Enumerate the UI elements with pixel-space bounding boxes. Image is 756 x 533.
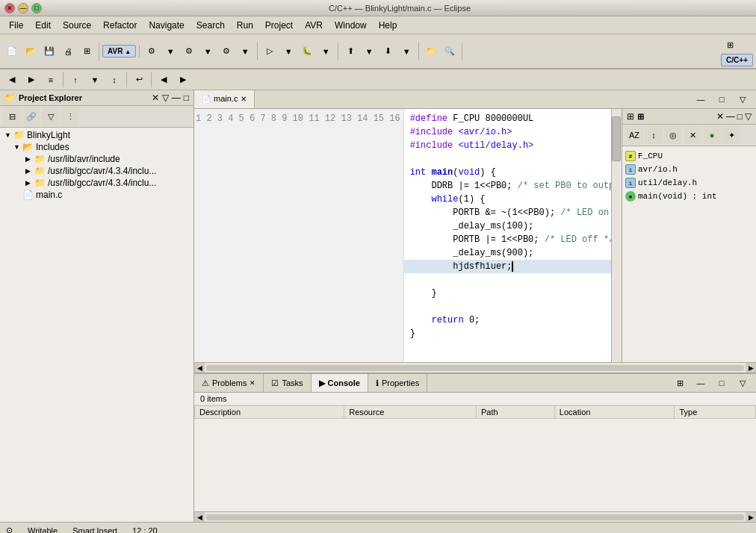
breadcrumb-toggle[interactable]: ≡	[42, 71, 60, 89]
run-btn-2[interactable]: ▼	[279, 43, 297, 60]
build-btn-6[interactable]: ▼	[236, 43, 254, 60]
back-btn[interactable]: ◀	[155, 71, 173, 89]
print-button[interactable]: 🖨	[59, 43, 77, 60]
rp-close-icon[interactable]: ✕	[716, 111, 724, 122]
bottom-max-btn[interactable]: □	[713, 374, 731, 392]
bottom-menu-btn[interactable]: ▽	[734, 374, 752, 392]
tab-console[interactable]: ▶ Console	[312, 374, 368, 392]
menu-help[interactable]: Help	[373, 19, 403, 32]
pe-min-icon[interactable]: —	[172, 93, 181, 103]
build-btn-4[interactable]: ▼	[199, 43, 217, 60]
minimize-button[interactable]: —	[18, 3, 28, 13]
hscroll-right-btn[interactable]: ▶	[746, 363, 756, 373]
tab-tasks[interactable]: ☑ Tasks	[264, 374, 311, 392]
bottom-hscroll-track[interactable]	[206, 514, 744, 520]
search-btn[interactable]: 🔍	[441, 43, 459, 60]
main-c-file[interactable]: 📄 main.c	[1, 189, 192, 201]
menu-refactor[interactable]: Refactor	[97, 19, 143, 32]
bottom-min-btn[interactable]: —	[692, 374, 710, 392]
save-button[interactable]: 💾	[40, 43, 58, 60]
window-controls[interactable]: ✕ — □	[4, 3, 42, 13]
tab-close-icon[interactable]: ✕	[241, 95, 247, 103]
menu-avr[interactable]: AVR	[299, 19, 329, 32]
rp-green-btn[interactable]: ●	[703, 126, 721, 144]
rp-menu-icon[interactable]: ▽	[745, 111, 752, 122]
open-button[interactable]: 📂	[22, 43, 40, 60]
pe-filter-btn[interactable]: ▽	[42, 107, 60, 125]
menu-project[interactable]: Project	[259, 19, 299, 32]
menu-edit[interactable]: Edit	[29, 19, 57, 32]
scrollbar-thumb[interactable]	[612, 116, 621, 161]
avr-button[interactable]: AVR ▲	[102, 45, 136, 57]
outline-item-avrio[interactable]: i avr/io.h	[625, 163, 753, 176]
rp-hide2-btn[interactable]: ✕	[684, 126, 701, 144]
new-button[interactable]: 📄	[3, 43, 21, 60]
menu-window[interactable]: Window	[329, 19, 373, 32]
outline-item-fcpu[interactable]: # F_CPU	[625, 149, 753, 163]
bottom-hscroll-left[interactable]: ◀	[194, 512, 205, 523]
debug-btn[interactable]: 🐛	[298, 43, 316, 60]
maximize-button[interactable]: □	[31, 3, 42, 13]
hscroll-track[interactable]	[206, 365, 744, 371]
pe-link-btn[interactable]: 🔗	[22, 107, 40, 125]
rp-max-icon[interactable]: □	[737, 111, 743, 122]
forward-btn[interactable]: ▶	[174, 71, 192, 89]
tab-problems[interactable]: ⚠ Problems ✕	[194, 374, 264, 392]
editor-max-btn[interactable]: □	[713, 90, 731, 108]
build-btn-1[interactable]: ⚙	[143, 43, 161, 60]
outline-item-main[interactable]: ● main(void) : int	[625, 190, 753, 203]
pe-close-icon[interactable]: ✕	[152, 93, 159, 103]
cpp-perspective[interactable]: C/C++	[721, 54, 753, 66]
bottom-copy-btn[interactable]: ⊞	[671, 374, 689, 392]
debug-btn-2[interactable]: ▼	[317, 43, 335, 60]
horizontal-scrollbar-bottom[interactable]: ◀ ▶	[194, 511, 756, 522]
extra-button[interactable]: ⊞	[78, 43, 96, 60]
avr-prog-3[interactable]: ⬇	[379, 43, 397, 60]
pe-menu-btn[interactable]: ⋮	[61, 107, 79, 125]
include-path-3[interactable]: ▶ 📁 /usr/lib/gcc/avr/4.3.4/inclu...	[1, 177, 192, 189]
build-btn-3[interactable]: ⚙	[180, 43, 198, 60]
menu-search[interactable]: Search	[190, 19, 231, 32]
next-edit-btn[interactable]: ▶	[22, 71, 40, 89]
tab-properties[interactable]: ℹ Properties	[368, 374, 427, 392]
undo-btn[interactable]: ↩	[130, 71, 148, 89]
outline-item-delay[interactable]: i util/delay.h	[625, 176, 753, 190]
folder-btn[interactable]: 📁	[422, 43, 440, 60]
editor-min-btn[interactable]: —	[692, 90, 710, 108]
code-editor[interactable]: 1 2 3 4 5 6 7 8 9 10 11 12 13 14 15 16 #…	[194, 109, 622, 362]
perspective-toggle[interactable]: ⊞	[721, 36, 739, 54]
include-path-1[interactable]: ▶ 📁 /usr/lib/avr/include	[1, 153, 192, 165]
build-btn-5[interactable]: ⚙	[217, 43, 235, 60]
menu-file[interactable]: File	[3, 19, 29, 32]
build-btn-2[interactable]: ▼	[161, 43, 179, 60]
pe-collapse-btn[interactable]: ⊟	[3, 107, 21, 125]
bottom-hscroll-right[interactable]: ▶	[746, 512, 756, 523]
editor-tab-mainc[interactable]: 📄 main.c ✕	[194, 90, 255, 108]
pe-menu-icon[interactable]: ▽	[162, 93, 169, 103]
include-path-2[interactable]: ▶ 📁 /usr/lib/gcc/avr/4.3.4/inclu...	[1, 165, 192, 177]
menu-navigate[interactable]: Navigate	[143, 19, 190, 32]
rp-sort2-btn[interactable]: ↕	[645, 126, 663, 144]
includes-folder[interactable]: ▼ 📂 Includes	[1, 141, 192, 153]
run-btn[interactable]: ▷	[261, 43, 279, 60]
vertical-scrollbar[interactable]	[611, 109, 622, 362]
code-content[interactable]: #define F_CPU 8000000UL #include <avr/io…	[404, 109, 622, 362]
prev-edit-btn[interactable]: ◀	[3, 71, 21, 89]
avr-prog-2[interactable]: ▼	[360, 43, 378, 60]
rp-sort-btn[interactable]: AZ	[625, 126, 643, 144]
menu-source[interactable]: Source	[57, 19, 97, 32]
project-root[interactable]: ▼ 📁 BlinkyLight	[1, 129, 192, 141]
rp-min-icon[interactable]: —	[726, 111, 735, 122]
rp-star-btn[interactable]: ✦	[722, 126, 740, 144]
toolbar2-btn2[interactable]: ▼	[86, 71, 104, 89]
rp-hide-btn[interactable]: ◎	[664, 126, 682, 144]
horizontal-scrollbar-editor[interactable]: ◀ ▶	[194, 362, 756, 373]
editor-menu-btn[interactable]: ▽	[734, 90, 752, 108]
pe-max-icon[interactable]: □	[184, 93, 189, 103]
close-button[interactable]: ✕	[4, 3, 15, 13]
toolbar2-btn1[interactable]: ↑	[66, 71, 84, 89]
problems-close-icon[interactable]: ✕	[250, 379, 255, 387]
menu-run[interactable]: Run	[231, 19, 259, 32]
toolbar2-btn3[interactable]: ↕	[105, 71, 123, 89]
avr-prog-4[interactable]: ▼	[397, 43, 415, 60]
